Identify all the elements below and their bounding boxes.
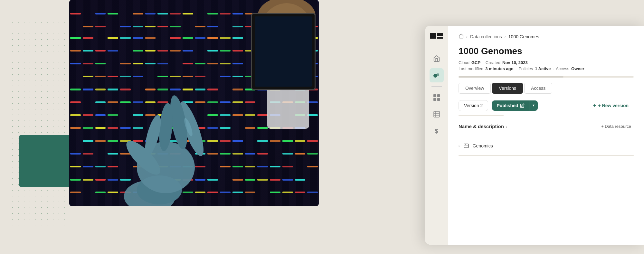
svg-rect-21 [433,94,436,97]
dot-pattern-decoration [10,19,68,229]
breadcrumb-data-collections[interactable]: Data collections [470,34,502,39]
progress-fill [459,76,564,78]
edit-icon [520,103,525,108]
breadcrumb-separator-1: › [466,34,468,39]
svg-rect-22 [437,94,440,97]
new-version-button[interactable]: + + New version [588,100,634,111]
billing-icon: $ [435,128,438,135]
breadcrumb-current-page: 1000 Genomes [508,34,539,39]
section-title-text: Name & description [459,124,504,129]
tab-overview[interactable]: Overview [459,83,491,94]
sidebar-item-billing[interactable]: $ [430,124,444,138]
svg-rect-24 [437,98,440,101]
meta-dot-2: · [516,66,517,71]
svg-rect-17 [437,33,443,36]
chevron-down-icon: ▾ [533,103,535,108]
version-row: Version 2 Published ▾ + + New version [459,100,634,111]
svg-rect-29 [464,144,469,148]
svg-rect-25 [434,111,440,117]
lab-image [69,0,319,206]
published-dropdown-button[interactable]: ▾ [529,100,538,111]
metadata-row-1: Cloud GCP · Created Nov 10, 2023 [459,60,634,65]
access-value: Owner [571,66,584,71]
last-modified-label: Last modified [459,66,483,71]
cloud-value: GCP [471,60,480,65]
genomics-folder-icon [463,143,469,149]
tab-access[interactable]: Access [524,83,552,94]
published-status-badge[interactable]: Published [492,100,529,111]
metadata-row-2: Last modified 3 minutes ago · Policies 1… [459,66,634,71]
svg-rect-18 [437,37,443,39]
published-badge-group: Published ▾ [492,100,538,111]
page-title: 1000 Genomes [459,46,634,56]
version-label: Version 2 [464,103,483,108]
tab-versions[interactable]: Versions [492,83,523,94]
sidebar: $ [425,26,448,245]
sidebar-item-home[interactable] [430,52,444,66]
app-panel: $ › Data collections › 1000 Genomes 1000… [425,26,644,245]
name-description-title[interactable]: Name & description ↓ [459,124,507,129]
svg-rect-23 [433,98,436,101]
tab-bar: Overview Versions Access [459,83,634,94]
main-progress-bar [459,76,634,78]
policies-value: 1 Active [535,66,551,71]
hand-area [101,71,246,206]
access-label: Access [556,66,569,71]
last-modified-value: 3 minutes ago [485,66,513,71]
meta-dot-1: · [482,60,484,65]
name-description-section: Name & description ↓ + Data resource [459,123,634,134]
add-resource-label: + Data resource [601,124,631,129]
home-breadcrumb-icon[interactable] [459,33,464,40]
breadcrumb-separator-2: › [505,34,506,39]
genomics-label: Genomics [473,143,493,148]
created-label: Created [486,60,500,65]
new-version-label: + New version [598,103,629,108]
background-monitor [251,13,316,90]
sidebar-divider [431,86,442,87]
genomics-row[interactable]: › Genomics [459,139,634,152]
app-logo [430,32,444,44]
created-date: Nov 10, 2023 [502,60,528,65]
bottom-progress-bar [459,155,634,156]
genomics-expand-icon: › [459,144,460,148]
cloud-label: Cloud [459,60,469,65]
meta-dot-3: · [553,66,554,71]
policies-label: Policies [518,66,533,71]
svg-point-20 [437,73,439,76]
sidebar-item-data[interactable] [430,68,444,82]
version-progress-bar [459,115,504,116]
main-content: › Data collections › 1000 Genomes 1000 G… [448,26,644,245]
svg-rect-16 [430,33,436,39]
version-selector[interactable]: Version 2 [459,100,488,111]
breadcrumb: › Data collections › 1000 Genomes [459,33,634,40]
add-data-resource-button[interactable]: + Data resource [599,123,634,130]
sidebar-item-grid[interactable] [430,90,444,105]
published-label: Published [497,103,518,108]
plus-icon: + [593,103,596,108]
section-arrow-icon: ↓ [506,125,508,128]
sidebar-item-table[interactable] [430,107,444,121]
